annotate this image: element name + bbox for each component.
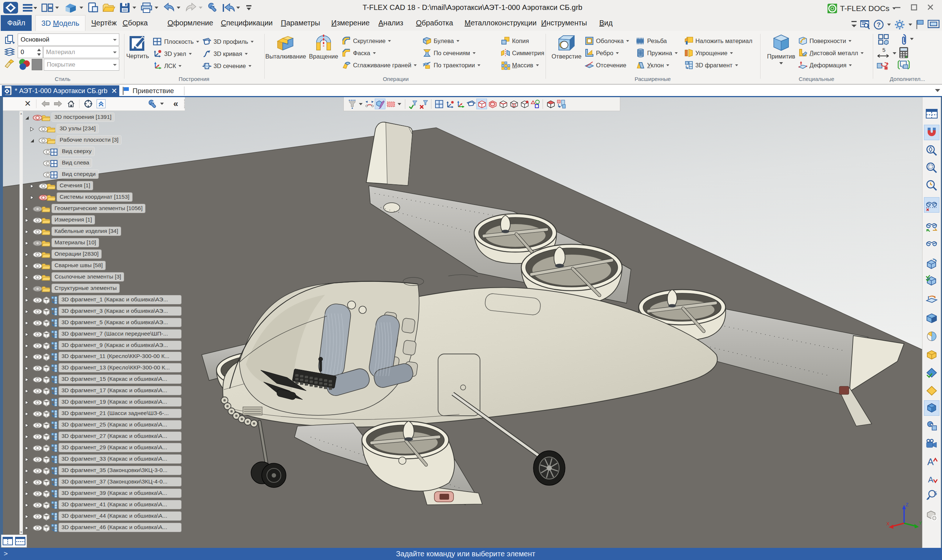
svg-text:Z: Z: [905, 502, 908, 508]
svg-text:5: 5: [882, 47, 885, 53]
svg-text:Y: Y: [919, 520, 922, 526]
svg-text:A: A: [927, 456, 934, 467]
svg-text:5: 5: [934, 490, 937, 496]
svg-text:X: X: [886, 521, 890, 526]
svg-text:?: ?: [877, 22, 880, 28]
svg-text:A: A: [928, 475, 934, 484]
